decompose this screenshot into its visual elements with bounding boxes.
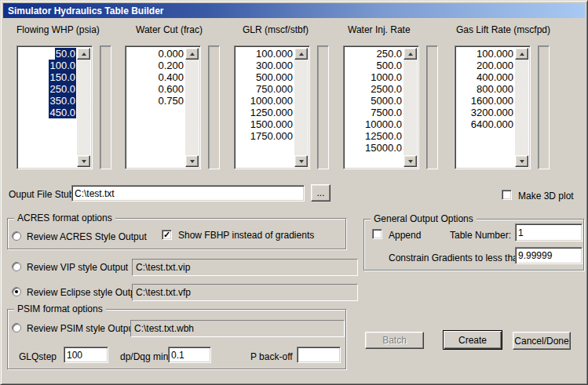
list-item[interactable]: 10000.0 [345, 118, 403, 130]
scroll-up-button[interactable] [515, 48, 528, 60]
list-item[interactable]: 350.0 [19, 95, 76, 107]
list-separator-panel [100, 45, 111, 169]
vertical-scrollbar[interactable] [185, 48, 199, 167]
listbox-glr[interactable]: 100.000300.000500.000750.0001000.0001250… [234, 45, 310, 169]
review-eclipse-style-output-radio[interactable] [12, 287, 21, 296]
vertical-scrollbar[interactable] [77, 48, 90, 167]
scroll-up-button[interactable] [77, 48, 90, 60]
table-number-input[interactable] [515, 223, 583, 242]
list-item[interactable]: 400.000 [457, 71, 514, 83]
arrow-up-icon [190, 53, 195, 56]
listbox-gas-lift-rate[interactable]: 100.000200.000400.000800.0001600.0003200… [455, 45, 531, 169]
scroll-up-button[interactable] [404, 48, 417, 60]
vertical-scrollbar[interactable] [404, 48, 417, 167]
scroll-down-button[interactable] [77, 155, 90, 167]
scroll-down-button[interactable] [294, 155, 308, 167]
glqstep-input[interactable] [64, 347, 108, 363]
append-label: Append [389, 230, 421, 241]
list-item[interactable]: 0.600 [127, 83, 184, 95]
list-item[interactable]: 250.0 [19, 83, 76, 95]
scrollbar-track[interactable] [294, 60, 308, 155]
vertical-scrollbar[interactable] [294, 48, 308, 167]
list-item[interactable]: 500.0 [345, 60, 403, 71]
list-item[interactable]: 1750.000 [236, 130, 294, 142]
list-item[interactable]: 1000.000 [236, 95, 294, 107]
list-items: 100.000300.000500.000750.0001000.0001250… [236, 48, 294, 167]
list-item[interactable]: 450.0 [19, 107, 76, 118]
list-item[interactable]: 0.200 [127, 60, 184, 71]
list-item[interactable]: 1600.000 [457, 95, 514, 107]
list-item[interactable]: 1250.000 [236, 107, 294, 118]
list-item[interactable]: 12500.0 [345, 130, 403, 142]
listbox-water-cut[interactable]: 0.0000.2000.4000.6000.750 [125, 45, 201, 169]
append-checkbox[interactable]: ✓ [372, 229, 382, 239]
scroll-down-button[interactable] [185, 155, 199, 167]
glqstep-label: GLQstep [19, 351, 57, 362]
show-fbhp-checkbox[interactable]: ✓ [162, 230, 172, 240]
psim-output-path-field: C:\test.txt.wbh [130, 320, 345, 337]
scroll-up-button[interactable] [185, 48, 199, 60]
list-item[interactable]: 100.000 [457, 48, 514, 60]
list-item[interactable]: 50.0 [19, 48, 76, 60]
arrow-down-icon [299, 160, 304, 163]
eclipse-output-path-field: C:\test.txt.vfp [132, 284, 358, 301]
list-item[interactable]: 0.000 [127, 48, 184, 60]
arrow-up-icon [520, 53, 524, 56]
scrollbar-track[interactable] [185, 60, 199, 155]
scrollbar-track[interactable] [77, 60, 90, 155]
list-item[interactable]: 15000.0 [345, 142, 403, 154]
review-vip-style-output-radio[interactable] [12, 262, 21, 271]
checkmark-icon: ✓ [163, 231, 170, 239]
constrain-gradients-input[interactable] [515, 247, 583, 264]
list-item[interactable]: 0.750 [127, 95, 184, 107]
list-item[interactable]: 5000.0 [345, 95, 403, 107]
listbox-flowing-whp[interactable]: 50.0100.0150.0250.0350.0450.0 [16, 45, 93, 169]
list-item[interactable]: 250.0 [345, 48, 403, 60]
list-item[interactable]: 6400.000 [457, 118, 514, 130]
cancel-done-button[interactable]: Cancel/Done [513, 332, 571, 350]
vip-output-path-field: C:\test.txt.vip [132, 259, 358, 276]
list-item[interactable]: 3200.000 [457, 107, 514, 118]
review-acres-style-output-radio[interactable] [12, 231, 21, 241]
list-item[interactable]: 150.0 [19, 71, 76, 83]
listbox-water-inj-rate[interactable]: 250.0500.01000.02500.05000.07500.010000.… [343, 45, 419, 169]
scrollbar-track[interactable] [404, 60, 417, 155]
table-number-label: Table Number: [450, 230, 511, 241]
list-items: 100.000200.000400.000800.0001600.0003200… [457, 48, 514, 167]
list-item[interactable]: 2500.0 [345, 83, 403, 95]
list-item[interactable]: 300.000 [236, 60, 294, 71]
list-item[interactable]: 1500.000 [236, 118, 294, 130]
dpdqg-min-input[interactable] [168, 347, 211, 363]
list-separator-panel [426, 45, 438, 169]
list-item[interactable]: 100.000 [236, 48, 294, 60]
scroll-up-button[interactable] [294, 48, 308, 60]
column-label-glr: GLR (mscf/stbf) [243, 24, 309, 35]
p-back-off-input[interactable] [297, 347, 341, 363]
output-file-stub-input[interactable] [71, 185, 305, 202]
p-back-off-label: P back-off [250, 351, 293, 362]
list-item[interactable]: 100.0 [19, 60, 76, 71]
batch-button: Batch [365, 332, 424, 349]
list-separator-panel [208, 45, 220, 169]
review-vip-style-output-label: Review VIP style Output [27, 262, 128, 273]
list-item[interactable]: 200.000 [457, 60, 514, 71]
scrollbar-track[interactable] [515, 60, 528, 155]
make-3d-plot-checkbox[interactable]: ✓ [502, 190, 512, 200]
titlebar[interactable]: Simulator Hydraulics Table Builder [3, 3, 585, 18]
list-item[interactable]: 0.400 [127, 71, 184, 83]
list-item[interactable]: 800.000 [457, 83, 514, 95]
show-fbhp-label: Show FBHP instead of gradients [178, 230, 314, 241]
list-item[interactable]: 750.000 [236, 83, 294, 95]
browse-button[interactable]: ... [311, 184, 331, 202]
general-group-title: General Output Options [371, 214, 477, 224]
list-item[interactable]: 7500.0 [345, 107, 403, 118]
list-item[interactable]: 500.000 [236, 71, 294, 83]
review-psim-style-output-radio[interactable] [12, 323, 21, 332]
scroll-down-button[interactable] [515, 155, 528, 167]
create-button[interactable]: Create [443, 330, 502, 350]
scroll-down-button[interactable] [404, 155, 417, 167]
dpdqg-min-label: dp/Dqg min [120, 351, 168, 362]
list-item[interactable]: 1000.0 [345, 71, 403, 83]
list-items: 50.0100.0150.0250.0350.0450.0 [19, 48, 76, 167]
vertical-scrollbar[interactable] [515, 48, 528, 167]
